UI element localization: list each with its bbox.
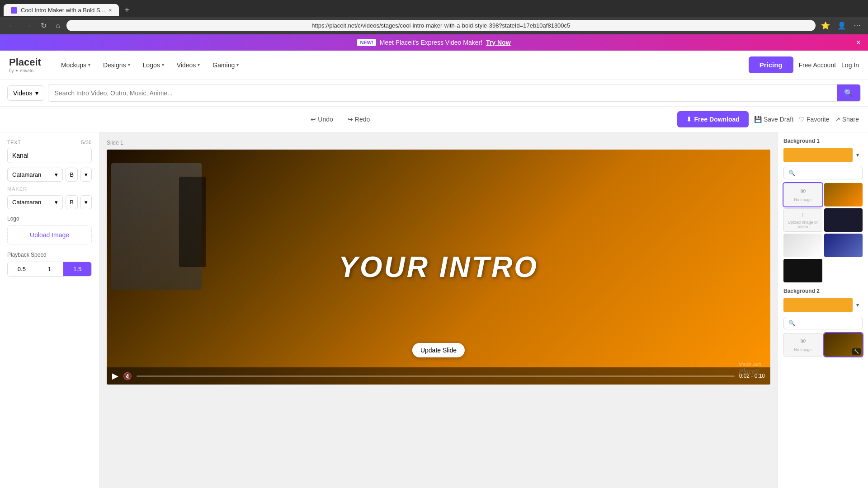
no-image-label-2: No Image [794,347,811,352]
font-select-1[interactable]: Catamaran ▾ [7,168,63,182]
browser-window: Cool Intro Maker with a Bold S... × + ← … [0,0,868,34]
search-icon: 🔍 [844,89,853,97]
bg1-color-row: ▾ [783,148,863,162]
bg2-thumb-garage[interactable]: 🔧 [824,333,863,357]
back-button[interactable]: ← [5,20,18,32]
pricing-button[interactable]: Pricing [749,56,793,73]
logo[interactable]: Placeit by ✦ envato [9,56,41,73]
chevron-down-icon: ▾ [35,89,38,97]
toolbar-left: ↩ Undo ↪ Redo [9,113,672,126]
bg-thumb-upload[interactable]: ↑ Upload Image or Video [783,208,822,232]
main-layout: Text 5/30 Catamaran ▾ B ▾ MAKER Catamara… [0,132,868,488]
home-button[interactable]: ⌂ [53,20,63,32]
undo-icon: ↩ [311,116,316,123]
browser-tab-bar: Cool Intro Maker with a Bold S... × + [0,0,868,17]
login-link[interactable]: Log In [841,61,859,69]
bg-thumb-dark2[interactable] [783,259,822,282]
time-display: 0:02 - 0:10 [739,373,765,379]
font-row-2: Catamaran ▾ B ▾ [7,195,92,209]
mute-button[interactable]: 🔇 [123,372,132,380]
speed-0.5[interactable]: 0.5 [8,262,36,276]
active-tab[interactable]: Cool Intro Maker with a Bold S... × [4,4,119,16]
text-input[interactable] [7,148,92,163]
nav-mockups[interactable]: Mockups ▾ [56,58,96,72]
search-input-wrap: 🔍 [48,84,861,102]
forward-button[interactable]: → [22,20,34,32]
try-now-link[interactable]: Try Now [486,39,510,46]
share-button[interactable]: ↗ Share [835,116,859,123]
font-style-button-2[interactable]: B [66,195,78,209]
chevron-down-icon: ▾ [55,199,58,206]
announcement-close-button[interactable]: × [856,38,861,47]
download-icon: ⬇ [686,116,692,123]
progress-bar[interactable] [137,375,735,377]
bg2-color-row: ▾ [783,298,863,312]
bg-thumb-white[interactable] [783,234,822,257]
free-account-link[interactable]: Free Account [799,61,836,69]
redo-icon: ↪ [348,116,353,123]
bg2-color-swatch[interactable] [783,298,853,312]
bg1-search[interactable]: 🔍 [783,167,863,179]
search-type-dropdown[interactable]: Videos ▾ [7,85,44,101]
font-size-button-1[interactable]: ▾ [80,168,92,182]
no-image-icon: 👁 [799,338,807,346]
bg1-expand-icon[interactable]: ▾ [853,149,863,161]
char-count: 5/30 [81,140,92,145]
bg-thumb-no-image[interactable]: 👁 No Image [783,183,822,206]
search-icon: 🔍 [788,170,795,176]
search-icon: 🔍 [788,320,795,326]
bg2-expand-icon[interactable]: ▾ [853,299,863,311]
bg-thumb-dark[interactable] [824,208,863,232]
bg2-thumb-no-image[interactable]: 👁 No Image [783,333,822,357]
new-tab-button[interactable]: + [121,4,133,17]
chevron-down-icon: ▾ [198,62,200,67]
favorite-button[interactable]: ♡ Favorite [799,116,830,123]
refresh-button[interactable]: ↻ [38,19,49,32]
speed-options: 0.5 1 1.5 [7,262,92,277]
font-style-button-1[interactable]: B [66,168,78,182]
play-button[interactable]: ▶ [112,371,118,381]
search-bar: Videos ▾ 🔍 [0,80,868,107]
font-select-2[interactable]: Catamaran ▾ [7,195,63,209]
extensions-icon[interactable]: ⭐ [819,19,832,32]
redo-button[interactable]: ↪ Redo [343,113,374,126]
search-button[interactable]: 🔍 [837,84,860,101]
playback-label: Playback Speed [7,252,92,258]
no-image-icon: 👁 [799,188,807,196]
url-input[interactable] [66,20,816,31]
bg-thumb-blue[interactable] [824,234,863,257]
bg1-label: Background 1 [783,138,863,144]
main-nav: Placeit by ✦ envato Mockups ▾ Designs ▾ … [0,51,868,80]
bg2-search[interactable]: 🔍 [783,317,863,329]
free-download-button[interactable]: ⬇ Free Download [677,111,749,127]
nav-logos[interactable]: Logos ▾ [137,58,170,72]
bg1-color-swatch[interactable] [783,148,853,162]
undo-button[interactable]: ↩ Undo [306,113,337,126]
text-label: Text 5/30 [7,140,92,145]
search-type-label: Videos [13,89,33,97]
update-slide-button[interactable]: Update Slide [412,343,465,357]
font-size-button-2[interactable]: ▾ [80,195,92,209]
menu-icon[interactable]: ⋯ [852,19,863,32]
nav-videos[interactable]: Videos ▾ [171,58,206,72]
announcement-text: Meet Placeit's Express Video Maker! [380,39,482,46]
nav-designs[interactable]: Designs ▾ [98,58,136,72]
speed-1[interactable]: 1 [36,262,64,276]
video-controls: ▶ 🔇 0:02 - 0:10 [107,367,770,385]
chevron-down-icon: ▾ [55,171,58,178]
new-badge: NEW! [357,39,376,46]
chevron-down-icon: ▾ [88,62,90,67]
browser-icons: ⭐ 👤 ⋯ [819,19,863,32]
right-panel: Background 1 ▾ 🔍 👁 No Image ↑ Upload Ima… [778,132,868,488]
search-input[interactable] [48,85,837,101]
chevron-down-icon: ▾ [236,62,239,67]
chevron-down-icon: ▾ [128,62,130,67]
nav-gaming[interactable]: Gaming ▾ [207,58,244,72]
upload-image-button[interactable]: Upload Image [7,225,92,244]
profile-icon[interactable]: 👤 [835,19,848,32]
share-icon: ↗ [835,116,840,123]
tab-close-button[interactable]: × [108,7,112,14]
save-draft-button[interactable]: 💾 Save Draft [754,116,793,123]
bg-thumb-garage[interactable] [824,183,863,206]
speed-1.5[interactable]: 1.5 [63,262,91,276]
